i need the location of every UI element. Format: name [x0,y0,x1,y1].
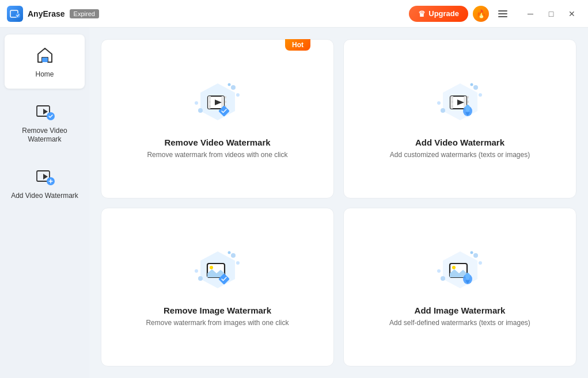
menu-button[interactable] [494,5,512,23]
svg-rect-21 [225,96,226,98]
svg-point-48 [198,276,203,281]
svg-point-13 [198,108,203,113]
app-name-label: AnyErase [28,9,65,18]
svg-point-29 [470,83,473,86]
svg-rect-22 [225,101,226,103]
expired-badge: Expired [70,9,99,18]
title-bar: AnyErase Expired ♛ Upgrade 🔥 ─ □ ✕ [0,0,588,28]
svg-point-62 [465,273,470,280]
remove-image-card-icon [192,247,244,299]
add-video-watermark-card[interactable]: Add Video Watermark Add customized water… [343,39,576,198]
svg-rect-39 [467,101,469,103]
remove-video-watermark-card[interactable]: Hot [101,39,334,198]
sidebar-add-video-label: Add Video Watermark [11,192,78,201]
add-image-title: Add Image Watermark [415,306,506,315]
main-layout: Home Remove Video Watermark [0,28,588,378]
svg-rect-18 [209,96,211,98]
sidebar-remove-video-label: Remove Video Watermark [10,127,79,144]
svg-point-58 [437,269,441,273]
window-controls: ─ □ ✕ [521,5,581,23]
hot-badge: Hot [285,39,310,51]
svg-point-11 [236,93,240,97]
svg-rect-19 [209,101,211,103]
svg-point-47 [227,251,230,254]
svg-point-55 [479,261,482,265]
remove-video-icon [33,100,56,123]
svg-rect-35 [452,96,453,98]
svg-point-14 [195,101,198,105]
svg-point-28 [479,93,482,97]
svg-point-43 [465,105,470,112]
upgrade-label: Upgrade [428,9,459,18]
svg-point-51 [210,266,213,269]
remove-video-title: Remove Video Watermark [164,138,270,147]
svg-point-12 [227,83,230,86]
title-bar-left: AnyErase Expired [7,6,409,22]
svg-point-45 [231,253,236,258]
remove-video-card-icon [192,79,244,131]
add-image-watermark-card[interactable]: Add Image Watermark Add self-defined wat… [343,208,576,367]
svg-marker-7 [43,174,48,180]
svg-point-46 [236,261,240,265]
svg-rect-37 [452,105,453,108]
close-button[interactable]: ✕ [563,5,581,23]
remove-image-title: Remove Image Watermark [164,306,271,315]
sidebar: Home Remove Video Watermark [0,28,89,378]
svg-point-60 [452,266,456,269]
remove-image-desc: Remove watermark from images with one cl… [146,319,289,327]
add-image-desc: Add self-defined watermarks (texts or im… [389,319,530,327]
maximize-button[interactable]: □ [542,5,560,23]
title-bar-right: ♛ Upgrade 🔥 ─ □ ✕ [409,5,581,23]
menu-line-3 [498,16,507,17]
svg-rect-36 [452,101,453,103]
svg-point-49 [195,269,198,273]
svg-point-54 [473,253,478,258]
menu-line-2 [498,13,507,14]
remove-image-watermark-card[interactable]: Remove Image Watermark Remove watermark … [101,208,334,367]
flame-icon: 🔥 [473,6,489,22]
sidebar-item-add-video[interactable]: Add Video Watermark [5,156,85,210]
sidebar-item-home[interactable]: Home [5,35,85,89]
add-video-icon [33,165,56,188]
add-video-desc: Add customized watermarks (texts or imag… [390,151,530,159]
menu-line-1 [498,10,507,12]
svg-marker-4 [43,109,48,114]
svg-point-10 [231,85,236,90]
svg-rect-20 [209,105,211,108]
add-video-card-icon [434,79,486,131]
add-video-title: Add Video Watermark [415,138,504,147]
app-logo [7,6,23,22]
svg-rect-38 [467,96,469,98]
svg-point-31 [437,101,441,105]
sidebar-home-label: Home [35,70,54,79]
svg-point-57 [441,276,445,281]
add-image-card-icon [434,247,486,299]
svg-point-30 [441,108,445,113]
crown-icon: ♛ [418,9,426,18]
minimize-button[interactable]: ─ [521,5,540,23]
svg-rect-2 [42,58,48,62]
remove-video-desc: Remove watermark from videos with one cl… [147,151,287,159]
sidebar-item-remove-video[interactable]: Remove Video Watermark [5,91,85,154]
svg-point-56 [470,251,473,254]
svg-point-27 [473,85,478,90]
content-area: Hot [89,28,588,378]
upgrade-button[interactable]: ♛ Upgrade [409,6,468,22]
home-icon [33,44,56,67]
